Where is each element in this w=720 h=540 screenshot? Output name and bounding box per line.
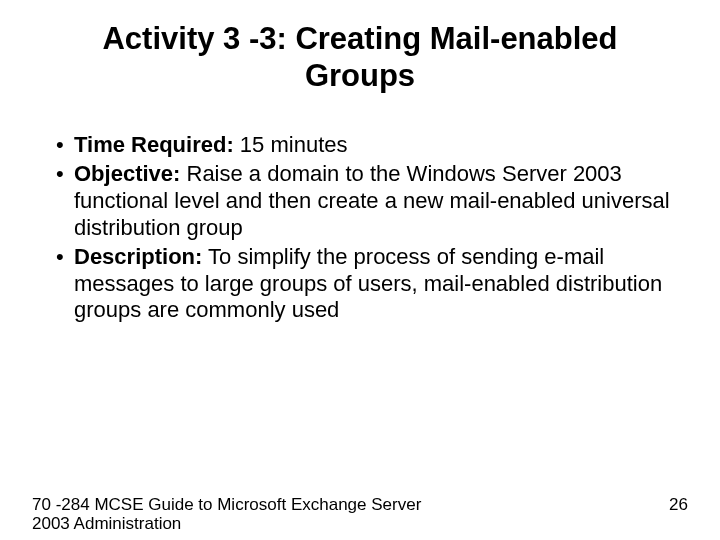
list-item: Objective: Raise a domain to the Windows… bbox=[56, 161, 688, 241]
bullet-label: Description: bbox=[74, 244, 202, 269]
bullet-text: 15 minutes bbox=[234, 132, 348, 157]
bullet-list: Time Required: 15 minutes Objective: Rai… bbox=[32, 132, 688, 324]
slide-title: Activity 3 -3: Creating Mail-enabled Gro… bbox=[72, 20, 648, 94]
slide-body: Time Required: 15 minutes Objective: Rai… bbox=[32, 132, 688, 324]
page-number: 26 bbox=[669, 495, 688, 515]
slide: Activity 3 -3: Creating Mail-enabled Gro… bbox=[0, 0, 720, 540]
list-item: Time Required: 15 minutes bbox=[56, 132, 688, 159]
footer-text: 70 -284 MCSE Guide to Microsoft Exchange… bbox=[32, 495, 462, 534]
footer: 70 -284 MCSE Guide to Microsoft Exchange… bbox=[32, 495, 688, 534]
list-item: Description: To simplify the process of … bbox=[56, 244, 688, 324]
bullet-label: Objective: bbox=[74, 161, 180, 186]
bullet-label: Time Required: bbox=[74, 132, 234, 157]
